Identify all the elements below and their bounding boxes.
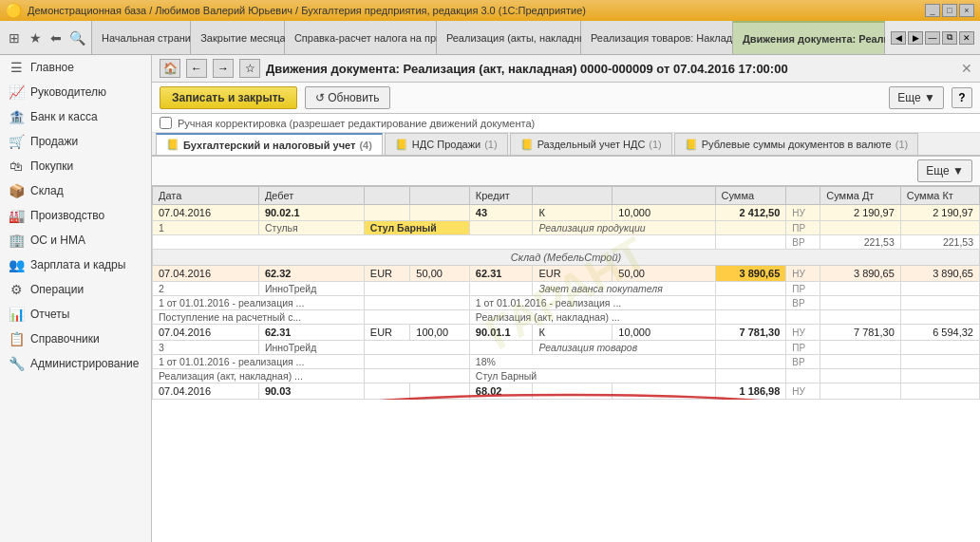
save-close-button[interactable]: Записать и закрыть: [160, 86, 297, 109]
table-row-circled[interactable]: 07.04.2016 62.32 EUR 50,00 62.31 EUR 50,…: [153, 266, 980, 282]
table-row[interactable]: 2 ИнноТрейд Зачет аванса покупателя ПР: [153, 282, 980, 296]
cell-empty11c: [715, 355, 786, 369]
cell-name10: ИнноТрейд: [258, 341, 364, 355]
tab-rublevye[interactable]: 📒 Рублевые суммы документов в валюте (1): [674, 133, 918, 155]
table-header-row: Дата Дебет Кредит Сумма Сумма Дт Сумма К…: [153, 187, 980, 205]
cell-date13: 07.04.2016: [153, 383, 259, 400]
tab-home[interactable]: Начальная страница: [92, 21, 191, 54]
tab-right-btn[interactable]: ▶: [908, 31, 923, 45]
manual-edit-checkbox[interactable]: [160, 117, 172, 129]
table-row[interactable]: 1 Стулья Стул Барный Реализация продукци…: [153, 221, 980, 235]
sidebar-item-production[interactable]: 🏭 Производство: [0, 203, 151, 228]
sidebar-item-bank[interactable]: 🏦 Банк и касса: [0, 104, 151, 129]
cell-ref11b: 18%: [469, 355, 715, 369]
back-icon[interactable]: ⬅: [47, 29, 65, 47]
help-button[interactable]: ?: [952, 87, 972, 108]
sidebar-item-references[interactable]: 📋 Справочники: [0, 327, 151, 351]
window-controls: _ □ ×: [925, 4, 974, 17]
cell-deb52: EUR: [364, 266, 410, 282]
cell-dt7: [820, 296, 901, 310]
cell-sum5: 3 890,65: [715, 266, 786, 282]
cell-empty7: [364, 296, 469, 310]
manual-edit-label: Ручная корректировка (разрешает редактир…: [178, 118, 535, 129]
tab-rub-icon: 📒: [685, 139, 698, 151]
refresh-button[interactable]: ↺ Обновить: [305, 86, 390, 109]
sidebar-item-admin-label: Администрирование: [30, 357, 139, 370]
tab-realiz-tovarov[interactable]: Реализация товаров: Накладная 0000-00000…: [581, 21, 733, 54]
minimize-btn[interactable]: _: [925, 4, 940, 17]
sidebar-item-salary[interactable]: 👥 Зарплата и кадры: [0, 252, 151, 277]
cell-kredit3: 10,000: [612, 205, 715, 221]
sidebar-item-assets[interactable]: 🏢 ОС и НМА: [0, 228, 151, 252]
table-row[interactable]: 1 от 01.01.2016 - реализация ... 18% ВР: [153, 355, 980, 369]
tab-realizaciya[interactable]: Реализация (акты, накладные) ×: [437, 21, 581, 54]
cell-empty6b: [469, 282, 533, 296]
tab-close-month[interactable]: Закрытие месяца ×: [191, 21, 285, 54]
tab-realizaciya-label: Реализация (акты, накладные): [446, 32, 596, 44]
table-row[interactable]: 07.04.2016 90.03 68.02 1 186,98 НУ: [153, 383, 980, 400]
bookmark-btn[interactable]: ☆: [239, 59, 260, 78]
star-icon[interactable]: ★: [27, 29, 44, 47]
th-date: Дата: [153, 187, 259, 205]
cell-kred133: [612, 383, 715, 400]
close-btn[interactable]: ×: [959, 4, 974, 17]
tab-razdelnyy[interactable]: 📒 Раздельный учет НДС (1): [510, 133, 672, 155]
tab-spravka[interactable]: Справка-расчет налога на прибыль за Апре…: [285, 21, 437, 54]
window-restore[interactable]: ⧉: [942, 31, 957, 45]
tab-dvizheniya[interactable]: Движения документа: Реализация (акт, нак…: [733, 21, 885, 54]
tab-buh-icon: 📒: [166, 139, 179, 151]
window-min2[interactable]: —: [925, 31, 940, 45]
tabs-container: Начальная страница Закрытие месяца × Спр…: [92, 21, 885, 54]
maximize-btn[interactable]: □: [942, 4, 957, 17]
sidebar-item-operations[interactable]: ⚙ Операции: [0, 277, 151, 302]
table-row[interactable]: 1 от 01.01.2016 - реализация ... 1 от 01…: [153, 296, 980, 310]
tab-buh[interactable]: 📒 Бухгалтерский и налоговый учет (4): [156, 133, 383, 155]
sidebar-item-main[interactable]: ☰ Главное: [0, 55, 151, 80]
cell-empty6c: [715, 282, 786, 296]
cell-deb53: 50,00: [410, 266, 469, 282]
cell-kred92: К: [533, 325, 612, 341]
table-row[interactable]: 3 ИнноТрейд Реализация товаров ПР: [153, 341, 980, 355]
cell-empty6: [364, 282, 469, 296]
more-button[interactable]: Еще ▼: [889, 86, 944, 109]
tab-buh-count: (4): [359, 140, 371, 151]
cell-tag8: [786, 310, 820, 325]
table-row[interactable]: 07.04.2016 62.31 EUR 100,00 90.01.1 К 10…: [153, 325, 980, 341]
table-container: ГАРАНТ Дата Дебет Кредит Сумма: [152, 186, 980, 400]
cell-ref8: Поступление на расчетный с...: [153, 310, 365, 325]
cell-num6: 2: [153, 282, 259, 296]
cell-summaKt: 2 190,97: [900, 205, 979, 221]
cell-tag13: НУ: [786, 383, 820, 400]
grid-icon[interactable]: ⊞: [6, 29, 23, 47]
cell-kt2: [900, 221, 979, 235]
tab-left-btn[interactable]: ◀: [891, 31, 906, 45]
cell-kt12: [900, 369, 979, 383]
tab-nds-prodazhi[interactable]: 📒 НДС Продажи (1): [385, 133, 508, 155]
table-row[interactable]: Поступление на расчетный с... Реализация…: [153, 310, 980, 325]
sidebar-item-purchases[interactable]: 🛍 Покупки: [0, 154, 151, 178]
sub-more-button[interactable]: Еще ▼: [917, 159, 972, 182]
doc-header: 🏠 ← → ☆ Движения документа: Реализация (…: [152, 55, 980, 83]
doc-close-btn[interactable]: ✕: [961, 61, 972, 76]
back-nav-btn[interactable]: ←: [186, 59, 207, 78]
table-row[interactable]: 07.04.2016 90.02.1 43 К 10,000 2 412,50 …: [153, 205, 980, 221]
window-close2[interactable]: ✕: [959, 31, 974, 45]
cell-empty8: [364, 310, 469, 325]
cell-debet2: [364, 205, 410, 221]
top-tab-right: ◀ ▶ — ⧉ ✕: [885, 21, 980, 54]
cell-dt6: [820, 282, 901, 296]
sidebar-item-warehouse[interactable]: 📦 Склад: [0, 178, 151, 203]
forward-nav-btn[interactable]: →: [213, 59, 234, 78]
table-area[interactable]: Дата Дебет Кредит Сумма Сумма Дт Сумма К…: [152, 186, 980, 400]
sidebar-item-manager[interactable]: 📈 Руководителю: [0, 80, 151, 104]
th-tag: [786, 187, 820, 205]
table-row[interactable]: Реализация (акт, накладная) ... Стул Бар…: [153, 369, 980, 383]
table-row[interactable]: ВР 221,53 221,53: [153, 235, 980, 250]
home-btn[interactable]: 🏠: [160, 59, 180, 78]
cell-kt7: [900, 296, 979, 310]
sidebar-item-admin[interactable]: 🔧 Администрирование: [0, 351, 151, 376]
th-summaKt: Сумма Кт: [900, 187, 979, 205]
search-icon[interactable]: 🔍: [68, 29, 85, 47]
sidebar-item-sales[interactable]: 🛒 Продажи: [0, 129, 151, 154]
sidebar-item-reports[interactable]: 📊 Отчеты: [0, 302, 151, 327]
